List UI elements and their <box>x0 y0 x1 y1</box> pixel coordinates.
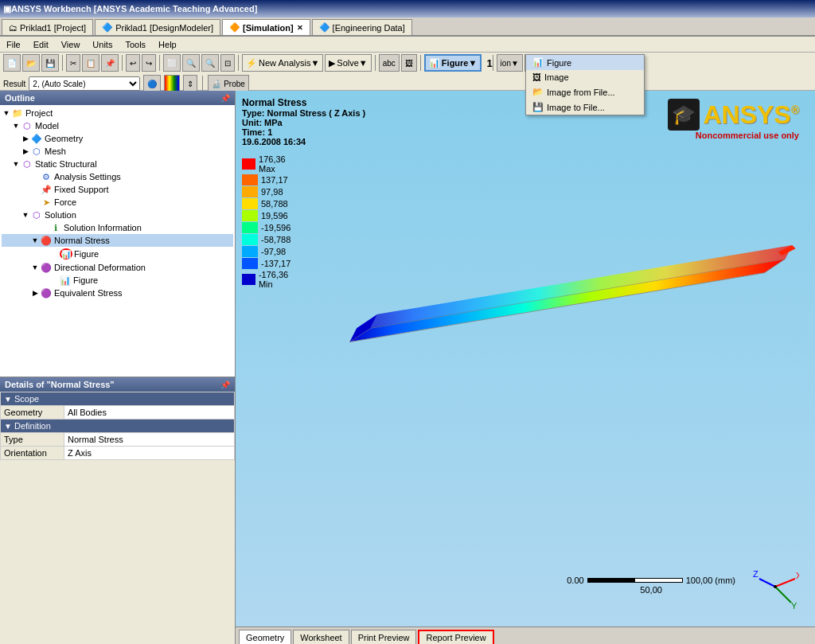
svg-line-4 <box>775 579 795 587</box>
tree-solution-info[interactable]: ℹ Solution Information <box>2 221 233 234</box>
right-panel: Normal Stress Type: Normal Stress ( Z Ax… <box>236 91 815 644</box>
legend-val-8: -137,17 <box>261 259 291 268</box>
tab-simulation[interactable]: 🔶 [Simulation] ✕ <box>222 19 310 35</box>
tree-model[interactable]: ▼ ⬡ Model <box>2 119 233 132</box>
toolbar-cut-btn[interactable]: ✂ <box>66 54 80 72</box>
toolbar-undo-btn[interactable]: ↩ <box>126 54 140 72</box>
tab-project[interactable]: 🗂 Priklad1 [Project] <box>2 19 93 35</box>
tab-engineering[interactable]: 🔷 [Engineering Data] <box>312 19 412 35</box>
menu-tools[interactable]: Tools <box>122 39 149 50</box>
toolbar-ion-dropdown[interactable]: ion▼ <box>497 54 523 72</box>
solve-button[interactable]: ▶ Solve ▼ <box>325 54 371 72</box>
menu-bar: File Edit View Units Tools Help <box>0 37 815 53</box>
static-icon: ⬡ <box>21 158 33 170</box>
legend-val-3: 58,788 <box>261 199 288 209</box>
result-label: Result <box>3 80 25 88</box>
legend-val-5: -19,596 <box>261 223 291 232</box>
toolbar-zoom-out[interactable]: 🔍 <box>201 54 219 72</box>
legend-bar-2 <box>242 186 258 197</box>
legend-bar-max <box>242 158 255 170</box>
context-menu-figure[interactable]: 📊 Figure <box>526 55 644 70</box>
context-menu-image-from-file[interactable]: 📂 Image from File... <box>526 84 644 100</box>
menu-units[interactable]: Units <box>89 39 115 50</box>
tree-geometry-expand[interactable]: ▶ <box>21 135 30 142</box>
tree-solution[interactable]: ▼ ⬡ Solution <box>2 209 233 221</box>
toolbar-img-btn[interactable]: 🖼 <box>401 54 417 72</box>
toolbar-save-btn[interactable]: 💾 <box>41 54 59 72</box>
tab-simulation-close[interactable]: ✕ <box>297 24 303 32</box>
analysis-settings-icon: ⚙ <box>40 171 53 182</box>
tree-es-expand[interactable]: ▶ <box>30 289 40 297</box>
stress-time: Time: 1 <box>242 127 365 137</box>
tree-figure-1[interactable]: 📊 Figure <box>2 247 233 261</box>
tree-static-structural[interactable]: ▼ ⬡ Static Structural <box>2 158 233 170</box>
menu-file[interactable]: File <box>3 39 24 50</box>
toolbar-copy-btn[interactable]: 📋 <box>82 54 99 72</box>
scale-left: 0.00 <box>567 576 583 585</box>
viewport[interactable]: Normal Stress Type: Normal Stress ( Z Ax… <box>236 91 815 626</box>
toolbar-open-btn[interactable]: 📂 <box>22 54 40 72</box>
menu-edit[interactable]: Edit <box>30 39 52 50</box>
toolbar-zoom-box[interactable]: ⊡ <box>220 54 235 72</box>
solve-icon: ▶ <box>329 58 335 68</box>
toolbar-result-color[interactable] <box>164 75 180 92</box>
toolbar-new-btn[interactable]: 📄 <box>3 54 21 72</box>
tree-fixed-support[interactable]: 📌 Fixed Support <box>2 183 233 196</box>
svg-text:X: X <box>796 571 799 580</box>
details-geometry-row[interactable]: Geometry All Bodies <box>1 406 235 420</box>
tab-designmodeler[interactable]: 🔷 Priklad1 [DesignModeler] <box>95 19 220 35</box>
tree-directional-deformation[interactable]: ▼ 🟣 Directional Deformation <box>2 261 233 274</box>
tree-analysis-settings[interactable]: ⚙ Analysis Settings <box>2 170 233 183</box>
tree-mesh-expand[interactable]: ▶ <box>21 147 30 155</box>
toolbar-paste-btn[interactable]: 📌 <box>101 54 119 72</box>
result-dropdown[interactable]: 2, (Auto Scale) <box>29 76 140 91</box>
tree-equivalent-stress[interactable]: ▶ 🟣 Equivalent Stress <box>2 287 233 299</box>
legend-bar-min <box>242 274 255 285</box>
tree-geometry[interactable]: ▶ 🔷 Geometry <box>2 132 233 145</box>
legend-val-1: 137,17 <box>261 175 288 185</box>
legend-val-2: 97,98 <box>261 187 283 197</box>
legend-row-3: 58,788 <box>242 198 298 209</box>
tree-project[interactable]: ▼ 📁 Project <box>2 107 233 119</box>
tree-static-expand[interactable]: ▼ <box>11 160 21 168</box>
tree-normal-stress[interactable]: ▼ 🔴 Normal Stress <box>2 234 233 247</box>
legend-row-5: -19,596 <box>242 222 298 233</box>
menu-view[interactable]: View <box>58 39 84 50</box>
details-scope-group: ▼ Scope <box>1 392 235 406</box>
outline-top-pin[interactable]: 📌 <box>220 94 230 103</box>
tree-mesh[interactable]: ▶ ⬡ Mesh <box>2 145 233 158</box>
toolbar-zoom-fit[interactable]: ⬜ <box>163 54 181 72</box>
figure-1-icon: 📊 <box>60 248 72 260</box>
bottom-tab-worksheet-top[interactable]: Worksheet <box>293 630 349 644</box>
tree-dd-expand[interactable]: ▼ <box>30 263 40 271</box>
figure-dropdown-button[interactable]: 📊 Figure ▼ <box>424 54 482 72</box>
tree-project-expand[interactable]: ▼ <box>2 109 11 117</box>
toolbar-result-arrows[interactable]: ⇕ <box>183 75 197 92</box>
tree-solution-expand[interactable]: ▼ <box>21 211 30 219</box>
coord-axis: X Y Z <box>751 563 799 611</box>
toolbar-probe-btn[interactable]: 🔬 Probe <box>208 75 248 92</box>
title-bar-text: ANSYS Workbench [ANSYS Academic Teaching… <box>11 4 257 14</box>
context-menu-image[interactable]: 🖼 Image <box>526 70 644 84</box>
toolbar-result-icon-1[interactable]: 🔵 <box>143 75 161 92</box>
bottom-tab-report-top[interactable]: Report Preview <box>418 630 493 644</box>
tree-model-expand[interactable]: ▼ <box>11 122 21 130</box>
toolbar-sep-6 <box>420 55 421 71</box>
bottom-tab-print-top[interactable]: Print Preview <box>351 630 417 644</box>
details-orientation-row[interactable]: Orientation Z Axis <box>1 447 235 460</box>
context-menu-image-to-file[interactable]: 💾 Image to File... <box>526 100 644 115</box>
toolbar-zoom-in[interactable]: 🔍 <box>182 54 200 72</box>
menu-help[interactable]: Help <box>155 39 180 50</box>
tree-figure-2[interactable]: 📊 Figure <box>2 274 233 287</box>
tree-project-label: Project <box>25 108 53 118</box>
toolbar-redo-btn[interactable]: ↪ <box>142 54 156 72</box>
tree-force[interactable]: ➤ Force <box>2 196 233 209</box>
definition-header: ▼ Definition <box>1 420 235 433</box>
new-analysis-button[interactable]: ⚡ New Analysis ▼ <box>242 54 323 72</box>
tree-ns-expand[interactable]: ▼ <box>30 236 40 244</box>
stress-date: 19.6.2008 16:34 <box>242 137 365 146</box>
details-type-row[interactable]: Type Normal Stress <box>1 433 235 447</box>
bottom-tab-geometry-top[interactable]: Geometry <box>239 630 291 644</box>
details-top-pin[interactable]: 📌 <box>220 381 230 389</box>
toolbar-abc-btn[interactable]: abc <box>379 54 400 72</box>
